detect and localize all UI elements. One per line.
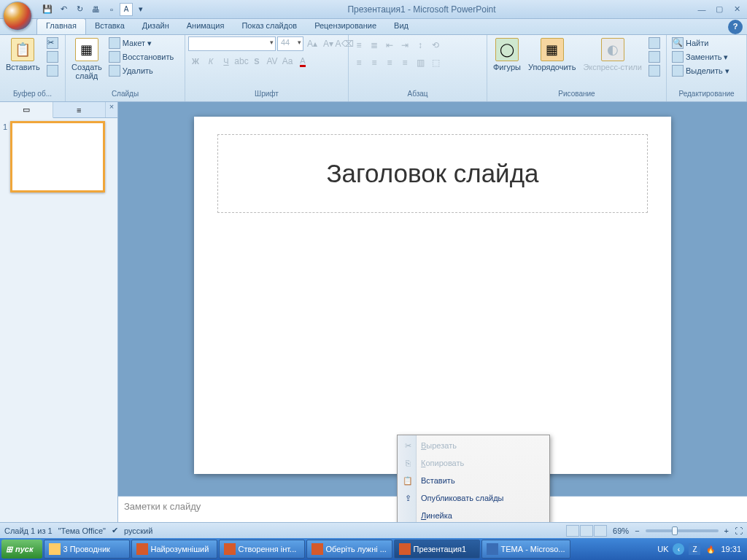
bold-icon[interactable]: Ж: [188, 54, 203, 69]
layout-button[interactable]: Макет ▾: [107, 36, 176, 50]
office-button[interactable]: [3, 1, 32, 31]
status-lang[interactable]: русский: [124, 526, 152, 535]
ctx-paste[interactable]: 📋Вставить: [399, 472, 548, 489]
undo-icon[interactable]: ↶: [55, 1, 71, 18]
pane-close-icon[interactable]: ×: [106, 102, 117, 117]
numbering-icon[interactable]: ≣: [367, 38, 382, 52]
convert-smartart-icon[interactable]: ⬚: [428, 55, 443, 70]
task-pp2[interactable]: Створення інт...: [219, 540, 305, 559]
font-name-combo[interactable]: [188, 36, 276, 51]
underline-icon[interactable]: Ч: [219, 54, 233, 69]
task-pp3[interactable]: Оберіть лужні ...: [306, 540, 392, 559]
qat-dropdown-icon[interactable]: ▾: [133, 1, 149, 18]
text-direction-icon[interactable]: ⟲: [428, 38, 443, 52]
shadow-icon[interactable]: S: [249, 54, 264, 69]
line-spacing-icon[interactable]: ↕: [413, 38, 427, 52]
grow-font-icon[interactable]: A▴: [305, 36, 320, 51]
tab-insert[interactable]: Вставка: [86, 19, 133, 34]
cut-button[interactable]: ✂: [44, 36, 61, 50]
redo-icon[interactable]: ↻: [71, 1, 88, 18]
slide[interactable]: Заголовок слайда: [194, 117, 671, 474]
task-pp1[interactable]: Найрозумніший: [131, 540, 217, 559]
tab-design[interactable]: Дизайн: [133, 19, 178, 34]
paste-button[interactable]: 📋 Вставить: [3, 36, 43, 73]
replace-button[interactable]: Заменить ▾: [670, 50, 732, 63]
bullets-icon[interactable]: ≡: [352, 38, 366, 52]
delete-button[interactable]: Удалить: [107, 64, 176, 77]
restore-icon[interactable]: ▢: [712, 4, 727, 15]
new-slide-button[interactable]: ▦ Создать слайд: [69, 36, 105, 82]
new-icon[interactable]: ▫: [104, 1, 120, 18]
zoom-level[interactable]: 69%: [613, 526, 629, 535]
zoom-slider[interactable]: [646, 529, 719, 532]
align-left-icon[interactable]: ≡: [352, 55, 366, 70]
arrange-icon: ▦: [541, 38, 564, 61]
italic-icon[interactable]: К: [204, 54, 218, 69]
shape-effects-button[interactable]: [646, 64, 662, 77]
brush-icon: [47, 65, 58, 77]
select-button[interactable]: Выделить ▾: [670, 64, 732, 77]
tab-home[interactable]: Главная: [36, 18, 86, 34]
tray-icon-2[interactable]: Z: [689, 543, 700, 555]
tab-animation[interactable]: Анимация: [178, 19, 233, 34]
slide-thumbnail-1[interactable]: 1: [3, 121, 115, 192]
indent-dec-icon[interactable]: ⇤: [382, 38, 397, 52]
strike-icon[interactable]: abc: [234, 54, 249, 69]
spacing-icon[interactable]: AV: [265, 54, 279, 69]
font-color-icon[interactable]: A: [295, 54, 310, 69]
lang-indicator[interactable]: UK: [657, 545, 668, 553]
font-size-combo[interactable]: 44: [277, 36, 303, 51]
columns-icon[interactable]: ▥: [413, 55, 427, 70]
shape-outline-button[interactable]: [646, 50, 662, 63]
find-button[interactable]: 🔍Найти: [670, 36, 732, 50]
shapes-button[interactable]: ◯Фигуры: [490, 36, 524, 73]
ctx-publish[interactable]: ⇪Опубликовать слайды: [399, 489, 548, 507]
zoom-in-icon[interactable]: +: [724, 526, 729, 535]
sorter-view-icon[interactable]: [580, 525, 593, 537]
folder-icon: [49, 543, 61, 555]
title-placeholder[interactable]: Заголовок слайда: [217, 134, 648, 213]
delete-icon: [109, 65, 120, 77]
outline-icon: [649, 51, 660, 63]
zoom-out-icon[interactable]: −: [635, 526, 639, 535]
shrink-font-icon[interactable]: A▾: [321, 36, 336, 51]
normal-view-icon[interactable]: [566, 525, 579, 537]
outline-tab[interactable]: ≡: [53, 102, 107, 117]
shape-fill-button[interactable]: [646, 36, 662, 50]
minimize-icon[interactable]: —: [694, 4, 709, 15]
spellcheck-icon[interactable]: ✔: [112, 526, 118, 535]
task-pp4[interactable]: Презентация1: [394, 540, 480, 559]
slideshow-view-icon[interactable]: [594, 525, 607, 537]
tray-icon-3[interactable]: 🔥: [705, 543, 716, 555]
powerpoint-icon: [399, 543, 411, 555]
task-word[interactable]: ТЕМА - Microso...: [481, 540, 570, 559]
start-button[interactable]: ⊞пуск: [1, 540, 42, 559]
fit-window-icon[interactable]: ⛶: [735, 526, 743, 535]
close-icon[interactable]: ✕: [729, 4, 744, 15]
align-right-icon[interactable]: ≡: [382, 55, 397, 70]
slides-tab[interactable]: ▭: [0, 102, 53, 118]
format-painter-button[interactable]: [44, 64, 61, 77]
reset-button[interactable]: Восстановить: [107, 50, 176, 63]
tray-icon-1[interactable]: ‹: [673, 543, 684, 555]
replace-icon: [672, 51, 684, 63]
quick-styles-button[interactable]: ◐Экспресс-стили: [580, 36, 644, 73]
case-icon[interactable]: Aa: [280, 54, 295, 69]
ctx-ruler[interactable]: Линейка: [399, 507, 548, 522]
tab-view[interactable]: Вид: [385, 19, 417, 34]
task-explorer[interactable]: 3 Проводник: [44, 540, 130, 559]
help-icon[interactable]: ?: [728, 20, 743, 34]
powerpoint-icon: [224, 543, 236, 555]
clock[interactable]: 19:31: [721, 545, 741, 553]
copy-button[interactable]: [44, 50, 61, 63]
qat-a-icon[interactable]: A: [120, 3, 133, 16]
print-icon[interactable]: 🖶: [88, 1, 104, 18]
tab-review[interactable]: Рецензирование: [306, 19, 385, 34]
align-center-icon[interactable]: ≡: [367, 55, 382, 70]
new-slide-icon: ▦: [75, 38, 98, 61]
justify-icon[interactable]: ≡: [398, 55, 412, 70]
arrange-button[interactable]: ▦Упорядочить: [525, 36, 578, 73]
save-icon[interactable]: 💾: [39, 1, 55, 18]
tab-slideshow[interactable]: Показ слайдов: [233, 19, 306, 34]
indent-inc-icon[interactable]: ⇥: [398, 38, 412, 52]
